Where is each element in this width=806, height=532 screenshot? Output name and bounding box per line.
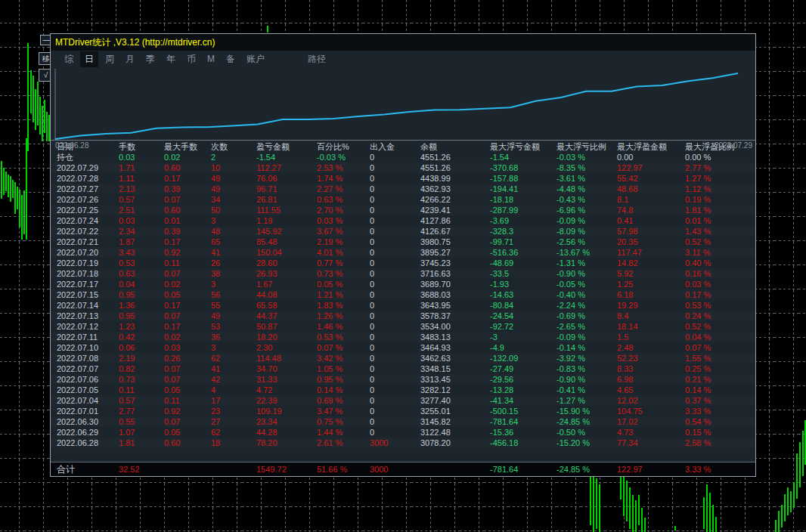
table-row[interactable]: 2022.07.121.230.175350.871.46 %03534.00-…: [51, 321, 755, 332]
table-cell: 2.27 %: [317, 184, 370, 194]
menu-item-3[interactable]: 周: [101, 51, 119, 67]
window-title: MTDriver统计 ,V3.12 (http://mtdriver.cn): [55, 37, 215, 48]
table-cell: 0.24 %: [685, 311, 758, 321]
table-cell: 2: [211, 152, 256, 162]
table-cell: 2022.07.26: [57, 194, 119, 205]
table-cell: 0: [370, 237, 420, 247]
table-cell: 1549.72: [256, 462, 317, 476]
table-cell: 0.16 %: [685, 268, 758, 279]
table-cell: 8.1: [617, 194, 685, 205]
menu-item-8[interactable]: M: [203, 52, 219, 66]
table-cell: -500.15: [490, 406, 556, 416]
table-row[interactable]: 2022.07.070.820.074134.701.05 %03348.15-…: [51, 363, 755, 374]
table-row[interactable]: 2022.07.211.870.176585.482.19 %03980.75-…: [51, 237, 755, 247]
table-cell: 3000: [370, 462, 420, 476]
table-row[interactable]: 2022.07.291.710.6010112.272.53 %04551.26…: [51, 162, 755, 173]
menu-item-2[interactable]: 日: [80, 51, 98, 67]
table-cell: -18.18: [490, 194, 556, 205]
table-row[interactable]: 2022.07.203.430.9241150.044.01 %03895.27…: [51, 247, 755, 258]
table-cell: 5.92: [617, 268, 685, 279]
menu-item-5[interactable]: 季: [141, 51, 160, 67]
chart-start-date-label: 022.06.28: [55, 141, 89, 150]
table-row[interactable]: 2022.07.190.530.112628.600.77 %03745.23-…: [51, 258, 755, 268]
table-row[interactable]: 2022.07.040.570.111722.390.69 %03277.40-…: [51, 395, 755, 406]
table-cell: 34: [211, 194, 256, 205]
table-row[interactable]: 2022.07.110.420.023618.200.53 %03483.13-…: [51, 332, 755, 342]
table-cell: -1.27 %: [556, 395, 617, 406]
table-cell: 1.21 %: [317, 289, 370, 300]
table-row[interactable]: 2022.07.170.040.0231.670.05 %03689.70-1.…: [51, 279, 755, 289]
menu-item-10[interactable]: 账户: [242, 51, 269, 67]
table-cell: 1.36: [119, 300, 164, 311]
table-cell: 145.92: [256, 226, 317, 237]
table-cell: -1.54: [256, 152, 317, 162]
table-cell: 3578.37: [420, 311, 490, 321]
table-cell: -0.14 %: [556, 342, 617, 353]
table-cell: 0: [370, 363, 420, 374]
table-cell: 3534.00: [420, 321, 490, 332]
table-row[interactable]: 2022.07.050.110.0544.720.14 %03282.12-13…: [51, 385, 755, 395]
table-cell: 0.01: [164, 215, 211, 226]
table-cell: 0.60: [164, 438, 211, 448]
table-cell: 0.57: [119, 194, 164, 205]
table-cell: 4551.26: [420, 152, 490, 162]
menu-item-11[interactable]: 路径: [303, 51, 330, 67]
table-cell: -1.93: [490, 279, 556, 289]
table-cell: 0.07: [164, 363, 211, 374]
menu-item-7[interactable]: 币: [182, 51, 200, 67]
table-row-position[interactable]: 持仓0.030.022-1.54-0.03 %04551.26-1.54-0.0…: [51, 152, 755, 162]
table-row[interactable]: 2022.07.150.950.055644.081.21 %03688.03-…: [51, 289, 755, 300]
table-row[interactable]: 2022.07.252.510.6050111.552.70 %04239.41…: [51, 205, 755, 215]
table-cell: 49: [211, 173, 256, 184]
table-cell: 27: [211, 416, 256, 427]
table-cell: -13.28: [490, 385, 556, 395]
table-cell: 26.81: [256, 194, 317, 205]
table-cell: 2022.07.20: [57, 247, 119, 258]
table-cell: 0.14 %: [685, 385, 758, 395]
table-row[interactable]: 2022.06.291.070.056244.281.44 %03122.48-…: [51, 427, 755, 438]
table-cell: 0.05 %: [317, 279, 370, 289]
menu-item-1[interactable]: 综: [60, 51, 78, 67]
menu-item-9[interactable]: 备: [222, 51, 240, 67]
table-cell: 76.06: [256, 173, 317, 184]
table-cell: 0: [370, 395, 420, 406]
table-cell: 3.33 %: [685, 462, 758, 476]
table-cell: 0.53 %: [317, 332, 370, 342]
table-cell: 0: [370, 152, 420, 162]
menu-item-6[interactable]: 年: [162, 51, 180, 67]
table-cell: 0: [370, 194, 420, 205]
table-cell: 0.03: [119, 215, 164, 226]
table-row[interactable]: 2022.07.180.630.073826.930.73 %03716.63-…: [51, 268, 755, 279]
table-row[interactable]: 2022.07.222.340.3948145.923.67 %04126.67…: [51, 226, 755, 237]
table-cell: 0.07 %: [317, 342, 370, 353]
table-cell: 26.93: [256, 268, 317, 279]
table-cell: -92.72: [490, 321, 556, 332]
table-row[interactable]: 2022.07.100.060.0332.300.07 %03464.93-4.…: [51, 342, 755, 353]
table-row[interactable]: 2022.07.012.770.9223109.193.47 %03255.01…: [51, 406, 755, 416]
table-cell: 0.95: [119, 311, 164, 321]
table-row[interactable]: 2022.07.240.030.0131.190.03 %04127.86-3.…: [51, 215, 755, 226]
table-row[interactable]: 2022.07.130.950.074944.371.26 %03578.37-…: [51, 311, 755, 321]
table-row[interactable]: 2022.07.272.130.394996.712.27 %04362.93-…: [51, 184, 755, 194]
table-cell: 49: [211, 311, 256, 321]
menu-item-4[interactable]: 月: [121, 51, 139, 67]
table-cell: 2022.07.04: [57, 395, 119, 406]
table-cell: 0.52 %: [685, 321, 758, 332]
table-cell: 0: [370, 247, 420, 258]
table-cell: 0: [370, 268, 420, 279]
table-row[interactable]: 2022.07.260.570.073426.810.63 %04266.22-…: [51, 194, 755, 205]
table-cell: 3895.27: [420, 247, 490, 258]
table-row[interactable]: 2022.06.300.550.072723.340.75 %03145.82-…: [51, 416, 755, 427]
table-row[interactable]: 2022.06.281.810.601878.202.61 %30003078.…: [51, 438, 755, 448]
window-title-bar[interactable]: MTDriver统计 ,V3.12 (http://mtdriver.cn): [51, 34, 755, 51]
table-row[interactable]: 2022.07.141.360.175565.581.83 %03643.95-…: [51, 300, 755, 311]
table-row[interactable]: 2022.07.281.110.174976.061.74 %04438.99-…: [51, 173, 755, 184]
table-cell: 0.04 %: [685, 332, 758, 342]
table-cell: 4.01 %: [317, 247, 370, 258]
table-cell: 0.11: [119, 385, 164, 395]
table-row[interactable]: 2022.07.060.730.074231.330.95 %03313.45-…: [51, 374, 755, 385]
table-row[interactable]: 2022.07.082.190.2662114.483.42 %03462.63…: [51, 353, 755, 363]
table-cell: 0: [370, 173, 420, 184]
table-cell: 0: [370, 427, 420, 438]
table-cell: 3688.03: [420, 289, 490, 300]
